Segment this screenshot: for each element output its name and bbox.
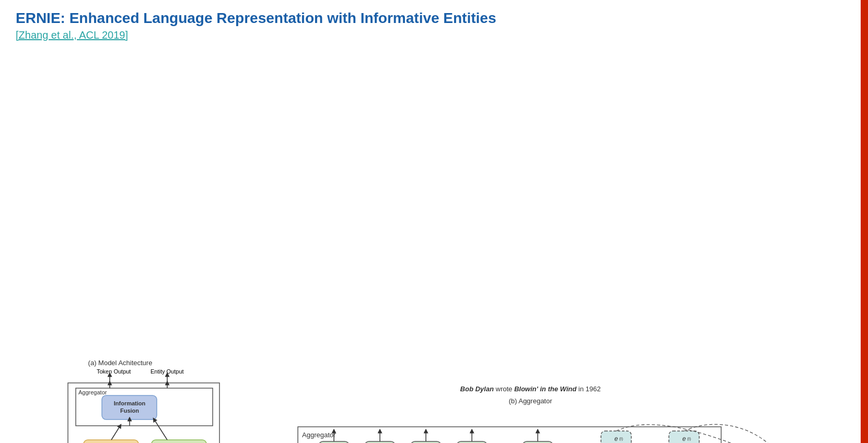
svg-line-18 <box>154 419 167 440</box>
svg-text:(i): (i) <box>619 436 623 441</box>
svg-rect-62 <box>457 441 487 443</box>
red-bar <box>861 0 868 443</box>
page-container: ERNIE: Enhanced Language Representation … <box>0 0 868 443</box>
svg-text:(i): (i) <box>687 436 691 441</box>
svg-text:Aggregator: Aggregator <box>78 389 107 395</box>
svg-text:e: e <box>615 435 618 442</box>
svg-rect-50 <box>319 441 349 443</box>
svg-rect-67 <box>523 441 553 443</box>
svg-text:Aggregator: Aggregator <box>302 431 336 439</box>
svg-text:Fusion: Fusion <box>120 407 139 414</box>
page-title: ERNIE: Enhanced Language Representation … <box>16 9 852 27</box>
diagrams-row: Token Output Entity Output <box>16 51 852 443</box>
svg-text:Information: Information <box>114 400 146 406</box>
left-diagram-svg: Aggregator Information Fusion Multi <box>16 359 225 443</box>
svg-rect-12 <box>84 440 138 443</box>
svg-rect-42 <box>298 427 721 443</box>
svg-rect-58 <box>411 441 441 443</box>
right-diagram: Aggregator Information Fusion Multi-Head… <box>256 51 852 443</box>
left-diagram: Token Output Entity Output <box>16 51 235 443</box>
right-diagram-svg: Aggregator Information Fusion Multi-Head… <box>256 385 805 443</box>
svg-rect-15 <box>152 440 206 443</box>
svg-rect-54 <box>365 441 395 443</box>
svg-text:e: e <box>682 435 686 442</box>
paper-link[interactable]: [Zhang et al., ACL 2019] <box>16 29 852 41</box>
svg-line-19 <box>111 426 120 440</box>
